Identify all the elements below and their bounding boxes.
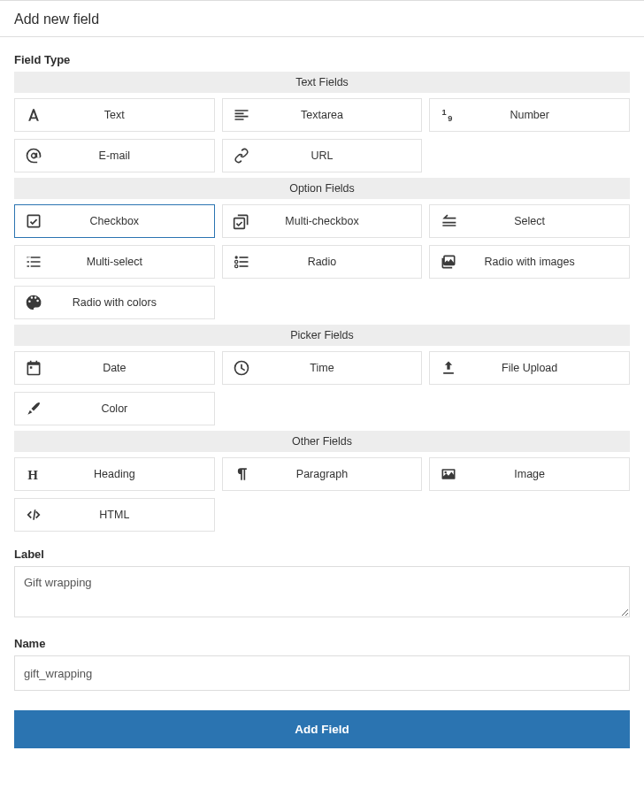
type-tile-label: URL — [260, 149, 422, 162]
type-tile-radio-images[interactable]: Radio with images — [429, 245, 630, 279]
type-grid: DateTimeFile UploadColor — [14, 351, 630, 425]
type-tile-label: Radio — [260, 256, 422, 268]
type-tile-number[interactable]: 19Number — [429, 98, 630, 132]
type-tile-label: Text — [52, 109, 214, 121]
label-input[interactable] — [14, 566, 630, 617]
group-header: Other Fields — [14, 431, 630, 452]
checkbox-icon — [15, 212, 52, 230]
group-header: Option Fields — [14, 178, 630, 199]
upload-icon — [430, 359, 467, 377]
type-tile-radio[interactable]: Radio — [222, 245, 423, 279]
group-header: Picker Fields — [14, 325, 630, 346]
align-left-icon — [223, 106, 260, 124]
type-tile-select[interactable]: Select — [429, 204, 630, 238]
select-icon — [430, 212, 467, 230]
type-tile-label: E-mail — [52, 149, 214, 162]
type-tile-label: Multi-checkbox — [260, 215, 422, 227]
type-grid: CheckboxMulti-checkboxSelectMulti-select… — [14, 204, 630, 319]
pilcrow-icon — [223, 465, 260, 483]
page-title: Add new field — [0, 1, 644, 37]
type-grid: HHeadingParagraphImageHTML — [14, 457, 630, 532]
type-tile-label: Image — [467, 468, 629, 480]
multi-select-icon — [15, 253, 52, 271]
type-tile-radio-colors[interactable]: Radio with colors — [14, 286, 215, 319]
type-tile-label: File Upload — [467, 362, 629, 374]
type-tile-heading[interactable]: HHeading — [14, 457, 215, 491]
type-tile-label: Checkbox — [52, 215, 214, 227]
add-field-button[interactable]: Add Field — [14, 710, 630, 748]
svg-text:H: H — [27, 468, 38, 482]
svg-text:1: 1 — [442, 108, 447, 117]
type-tile-date[interactable]: Date — [14, 351, 215, 385]
type-tile-label: Textarea — [260, 109, 422, 121]
type-tile-file-upload[interactable]: File Upload — [429, 351, 630, 385]
type-tile-label: Paragraph — [260, 468, 422, 480]
label-field-label: Label — [14, 548, 630, 561]
type-tile-time[interactable]: Time — [222, 351, 423, 385]
type-tile-checkbox[interactable]: Checkbox — [14, 204, 215, 238]
svg-text:9: 9 — [448, 114, 452, 123]
clock-icon — [223, 359, 260, 377]
at-icon — [15, 147, 52, 165]
name-field-label: Name — [14, 637, 630, 650]
type-tile-label: Heading — [52, 468, 214, 480]
type-tile-text[interactable]: Text — [14, 98, 215, 132]
multi-checkbox-icon — [223, 212, 260, 230]
type-tile-label: Radio with images — [467, 256, 629, 268]
svg-point-3 — [234, 260, 237, 263]
svg-point-4 — [234, 264, 237, 267]
type-tile-image[interactable]: Image — [429, 457, 630, 491]
type-tile-label: Date — [52, 362, 214, 374]
type-tile-label: Multi-select — [52, 256, 214, 268]
type-tile-paragraph[interactable]: Paragraph — [222, 457, 423, 491]
radio-icon — [223, 253, 260, 271]
type-tile-multi-select[interactable]: Multi-select — [14, 245, 215, 279]
type-tile-label: Time — [260, 362, 422, 374]
palette-icon — [15, 294, 52, 311]
type-tile-label: Radio with colors — [52, 296, 214, 309]
type-tile-label: Number — [467, 109, 629, 121]
group-header: Text Fields — [14, 72, 630, 93]
brush-icon — [15, 400, 52, 417]
type-tile-label: Select — [467, 215, 629, 227]
type-tile-label: Color — [52, 402, 214, 415]
images-icon — [430, 253, 467, 271]
type-tile-textarea[interactable]: Textarea — [222, 98, 423, 132]
field-type-label: Field Type — [14, 53, 630, 66]
type-tile-color[interactable]: Color — [14, 392, 215, 425]
code-icon — [15, 506, 52, 524]
type-tile-email[interactable]: E-mail — [14, 139, 215, 172]
type-tile-multi-checkbox[interactable]: Multi-checkbox — [222, 204, 423, 238]
one-nine-icon: 19 — [430, 106, 467, 124]
name-input[interactable] — [14, 655, 630, 691]
link-icon — [223, 147, 260, 165]
heading-icon: H — [15, 465, 52, 483]
svg-point-2 — [234, 256, 237, 258]
type-tile-html[interactable]: HTML — [14, 498, 215, 532]
image-icon — [430, 465, 467, 483]
calendar-icon — [15, 359, 52, 377]
type-tile-url[interactable]: URL — [222, 139, 423, 172]
font-icon — [15, 106, 52, 124]
type-grid: TextTextarea19NumberE-mailURL — [14, 98, 630, 172]
type-tile-label: HTML — [52, 509, 214, 521]
